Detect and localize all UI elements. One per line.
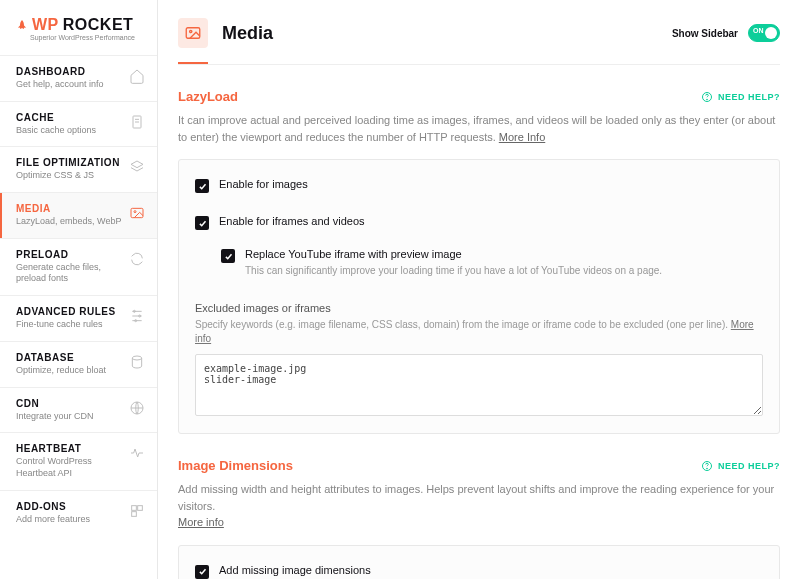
home-icon <box>129 68 145 84</box>
excluded-block: Excluded images or iframes Specify keywo… <box>195 302 763 419</box>
lazyload-panel: Enable for images Enable for iframes and… <box>178 159 780 434</box>
svg-rect-14 <box>138 505 143 510</box>
sidebar-item-addons[interactable]: ADD-ONSAdd more features <box>0 490 157 536</box>
excluded-hint: Specify keywords (e.g. image filename, C… <box>195 318 763 346</box>
nav: DASHBOARDGet help, account info CACHEBas… <box>0 55 157 535</box>
need-help-link[interactable]: NEED HELP? <box>701 91 780 103</box>
page-title-icon <box>178 18 208 48</box>
more-info-link[interactable]: More info <box>178 516 224 528</box>
globe-icon <box>129 400 145 416</box>
sidebar-item-dashboard[interactable]: DASHBOARDGet help, account info <box>0 55 157 101</box>
need-help-link[interactable]: NEED HELP? <box>701 460 780 472</box>
svg-rect-15 <box>132 511 137 516</box>
refresh-icon <box>129 251 145 267</box>
main-content: Media Show Sidebar ON LazyLoad NEED HELP… <box>158 0 800 579</box>
logo-tagline: Superior WordPress Performance <box>30 34 145 41</box>
svg-point-21 <box>707 468 708 469</box>
section-dimensions: Image Dimensions NEED HELP? Add missing … <box>158 434 800 579</box>
sidebar-item-media[interactable]: MEDIALazyLoad, embeds, WebP <box>0 192 157 238</box>
excluded-textarea[interactable] <box>195 354 763 416</box>
option-youtube-preview[interactable]: Replace YouTube iframe with preview imag… <box>221 244 763 282</box>
file-icon <box>129 114 145 130</box>
checkbox-checked-icon[interactable] <box>195 179 209 193</box>
heartbeat-icon <box>129 445 145 461</box>
addons-icon <box>129 503 145 519</box>
svg-point-17 <box>190 30 192 32</box>
option-enable-images[interactable]: Enable for images <box>195 174 763 197</box>
help-icon <box>701 91 713 103</box>
show-sidebar-label: Show Sidebar <box>672 28 738 39</box>
sidebar: WP ROCKET Superior WordPress Performance… <box>0 0 158 579</box>
database-icon <box>129 354 145 370</box>
section-title-dimensions: Image Dimensions <box>178 458 293 473</box>
dimensions-panel: Add missing image dimensions <box>178 545 780 580</box>
sliders-icon <box>129 308 145 324</box>
image-icon <box>184 24 202 42</box>
section-lazyload: LazyLoad NEED HELP? It can improve actua… <box>158 65 800 434</box>
svg-rect-13 <box>132 505 137 510</box>
layers-icon <box>129 159 145 175</box>
svg-point-11 <box>132 356 141 360</box>
sidebar-item-file-optimization[interactable]: FILE OPTIMIZATIONOptimize CSS & JS <box>0 146 157 192</box>
svg-rect-3 <box>131 208 143 217</box>
logo-rocket: ROCKET <box>63 16 134 34</box>
logo: WP ROCKET Superior WordPress Performance <box>0 0 157 55</box>
svg-point-19 <box>707 99 708 100</box>
dimensions-desc: Add missing width and height attributes … <box>178 481 780 531</box>
sidebar-item-advanced-rules[interactable]: ADVANCED RULESFine-tune cache rules <box>0 295 157 341</box>
svg-point-4 <box>134 211 136 213</box>
sidebar-item-cache[interactable]: CACHEBasic cache options <box>0 101 157 147</box>
checkbox-checked-icon[interactable] <box>195 216 209 230</box>
page-title: Media <box>222 23 273 44</box>
rocket-icon <box>16 17 28 33</box>
checkbox-checked-icon[interactable] <box>221 249 235 263</box>
topbar: Media Show Sidebar ON <box>158 0 800 48</box>
option-add-dimensions[interactable]: Add missing image dimensions <box>195 560 763 580</box>
excluded-title: Excluded images or iframes <box>195 302 763 314</box>
image-icon <box>129 205 145 221</box>
logo-wp: WP <box>32 16 59 34</box>
lazyload-desc: It can improve actual and perceived load… <box>178 112 780 145</box>
sidebar-item-cdn[interactable]: CDNIntegrate your CDN <box>0 387 157 433</box>
show-sidebar-toggle[interactable]: ON <box>748 24 780 42</box>
sidebar-item-preload[interactable]: PRELOADGenerate cache files, preload fon… <box>0 238 157 295</box>
sidebar-item-heartbeat[interactable]: HEARTBEATControl WordPress Heartbeat API <box>0 432 157 489</box>
checkbox-checked-icon[interactable] <box>195 565 209 579</box>
sidebar-item-database[interactable]: DATABASEOptimize, reduce bloat <box>0 341 157 387</box>
help-icon <box>701 460 713 472</box>
svg-rect-16 <box>186 28 200 39</box>
section-title-lazyload: LazyLoad <box>178 89 238 104</box>
option-enable-iframes[interactable]: Enable for iframes and videos <box>195 211 763 234</box>
more-info-link[interactable]: More Info <box>499 131 545 143</box>
